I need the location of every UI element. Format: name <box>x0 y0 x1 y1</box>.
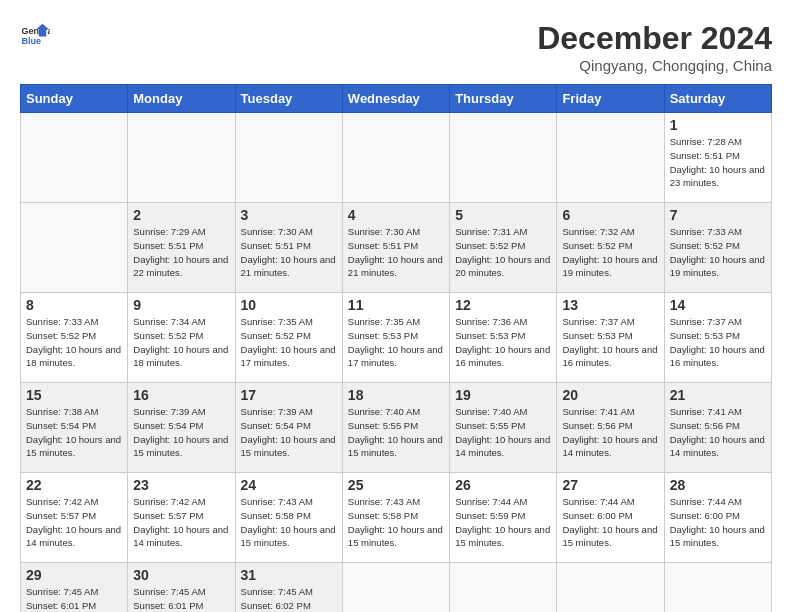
day-number: 11 <box>348 297 444 313</box>
calendar-day-cell: 4 Sunrise: 7:30 AMSunset: 5:51 PMDayligh… <box>342 203 449 293</box>
day-number: 13 <box>562 297 658 313</box>
calendar-day-cell: 16 Sunrise: 7:39 AMSunset: 5:54 PMDaylig… <box>128 383 235 473</box>
calendar-day-cell: 27 Sunrise: 7:44 AMSunset: 6:00 PMDaylig… <box>557 473 664 563</box>
calendar-day-cell: 19 Sunrise: 7:40 AMSunset: 5:55 PMDaylig… <box>450 383 557 473</box>
day-number: 5 <box>455 207 551 223</box>
day-detail: Sunrise: 7:39 AMSunset: 5:54 PMDaylight:… <box>133 406 228 458</box>
day-number: 28 <box>670 477 766 493</box>
calendar-day-cell <box>235 113 342 203</box>
day-number: 24 <box>241 477 337 493</box>
day-detail: Sunrise: 7:32 AMSunset: 5:52 PMDaylight:… <box>562 226 657 278</box>
calendar-week-row: 1 Sunrise: 7:28 AMSunset: 5:51 PMDayligh… <box>21 113 772 203</box>
day-number: 25 <box>348 477 444 493</box>
calendar-day-cell: 11 Sunrise: 7:35 AMSunset: 5:53 PMDaylig… <box>342 293 449 383</box>
calendar-day-cell: 5 Sunrise: 7:31 AMSunset: 5:52 PMDayligh… <box>450 203 557 293</box>
day-detail: Sunrise: 7:44 AMSunset: 6:00 PMDaylight:… <box>562 496 657 548</box>
day-number: 29 <box>26 567 122 583</box>
day-number: 22 <box>26 477 122 493</box>
day-number: 8 <box>26 297 122 313</box>
calendar-day-cell: 2 Sunrise: 7:29 AMSunset: 5:51 PMDayligh… <box>128 203 235 293</box>
calendar-day-header: Tuesday <box>235 85 342 113</box>
day-detail: Sunrise: 7:41 AMSunset: 5:56 PMDaylight:… <box>562 406 657 458</box>
day-detail: Sunrise: 7:33 AMSunset: 5:52 PMDaylight:… <box>670 226 765 278</box>
calendar-day-cell: 26 Sunrise: 7:44 AMSunset: 5:59 PMDaylig… <box>450 473 557 563</box>
day-detail: Sunrise: 7:29 AMSunset: 5:51 PMDaylight:… <box>133 226 228 278</box>
calendar-day-cell: 1 Sunrise: 7:28 AMSunset: 5:51 PMDayligh… <box>664 113 771 203</box>
svg-text:Blue: Blue <box>22 36 42 46</box>
calendar-day-cell: 20 Sunrise: 7:41 AMSunset: 5:56 PMDaylig… <box>557 383 664 473</box>
calendar-day-header: Friday <box>557 85 664 113</box>
day-detail: Sunrise: 7:43 AMSunset: 5:58 PMDaylight:… <box>348 496 443 548</box>
day-number: 20 <box>562 387 658 403</box>
calendar-day-cell <box>342 563 449 613</box>
calendar-day-header: Saturday <box>664 85 771 113</box>
day-detail: Sunrise: 7:42 AMSunset: 5:57 PMDaylight:… <box>26 496 121 548</box>
day-number: 18 <box>348 387 444 403</box>
day-detail: Sunrise: 7:30 AMSunset: 5:51 PMDaylight:… <box>241 226 336 278</box>
day-detail: Sunrise: 7:42 AMSunset: 5:57 PMDaylight:… <box>133 496 228 548</box>
day-number: 15 <box>26 387 122 403</box>
calendar-day-cell: 22 Sunrise: 7:42 AMSunset: 5:57 PMDaylig… <box>21 473 128 563</box>
month-year-title: December 2024 <box>537 20 772 57</box>
calendar-day-cell <box>450 563 557 613</box>
day-number: 9 <box>133 297 229 313</box>
day-detail: Sunrise: 7:41 AMSunset: 5:56 PMDaylight:… <box>670 406 765 458</box>
location-subtitle: Qingyang, Chongqing, China <box>537 57 772 74</box>
calendar-day-cell: 29 Sunrise: 7:45 AMSunset: 6:01 PMDaylig… <box>21 563 128 613</box>
calendar-day-cell <box>664 563 771 613</box>
day-number: 10 <box>241 297 337 313</box>
calendar-day-cell: 31 Sunrise: 7:45 AMSunset: 6:02 PMDaylig… <box>235 563 342 613</box>
day-detail: Sunrise: 7:30 AMSunset: 5:51 PMDaylight:… <box>348 226 443 278</box>
calendar-day-cell <box>450 113 557 203</box>
day-number: 6 <box>562 207 658 223</box>
day-number: 19 <box>455 387 551 403</box>
calendar-day-cell: 24 Sunrise: 7:43 AMSunset: 5:58 PMDaylig… <box>235 473 342 563</box>
calendar-week-row: 8 Sunrise: 7:33 AMSunset: 5:52 PMDayligh… <box>21 293 772 383</box>
day-number: 21 <box>670 387 766 403</box>
day-detail: Sunrise: 7:36 AMSunset: 5:53 PMDaylight:… <box>455 316 550 368</box>
day-number: 23 <box>133 477 229 493</box>
calendar-day-cell <box>557 113 664 203</box>
calendar-day-header: Thursday <box>450 85 557 113</box>
day-detail: Sunrise: 7:45 AMSunset: 6:01 PMDaylight:… <box>133 586 228 612</box>
calendar-week-row: 22 Sunrise: 7:42 AMSunset: 5:57 PMDaylig… <box>21 473 772 563</box>
day-number: 17 <box>241 387 337 403</box>
calendar-day-cell: 6 Sunrise: 7:32 AMSunset: 5:52 PMDayligh… <box>557 203 664 293</box>
calendar-day-cell: 17 Sunrise: 7:39 AMSunset: 5:54 PMDaylig… <box>235 383 342 473</box>
calendar-day-cell: 23 Sunrise: 7:42 AMSunset: 5:57 PMDaylig… <box>128 473 235 563</box>
calendar-day-header: Wednesday <box>342 85 449 113</box>
calendar-day-cell: 14 Sunrise: 7:37 AMSunset: 5:53 PMDaylig… <box>664 293 771 383</box>
day-number: 16 <box>133 387 229 403</box>
day-detail: Sunrise: 7:44 AMSunset: 5:59 PMDaylight:… <box>455 496 550 548</box>
calendar-week-row: 29 Sunrise: 7:45 AMSunset: 6:01 PMDaylig… <box>21 563 772 613</box>
calendar-day-cell: 15 Sunrise: 7:38 AMSunset: 5:54 PMDaylig… <box>21 383 128 473</box>
day-number: 27 <box>562 477 658 493</box>
calendar-week-row: 15 Sunrise: 7:38 AMSunset: 5:54 PMDaylig… <box>21 383 772 473</box>
day-number: 7 <box>670 207 766 223</box>
day-number: 2 <box>133 207 229 223</box>
day-detail: Sunrise: 7:37 AMSunset: 5:53 PMDaylight:… <box>670 316 765 368</box>
day-number: 14 <box>670 297 766 313</box>
calendar-day-cell: 13 Sunrise: 7:37 AMSunset: 5:53 PMDaylig… <box>557 293 664 383</box>
calendar-header-row: SundayMondayTuesdayWednesdayThursdayFrid… <box>21 85 772 113</box>
day-detail: Sunrise: 7:40 AMSunset: 5:55 PMDaylight:… <box>348 406 443 458</box>
day-detail: Sunrise: 7:28 AMSunset: 5:51 PMDaylight:… <box>670 136 765 188</box>
day-number: 26 <box>455 477 551 493</box>
day-number: 4 <box>348 207 444 223</box>
calendar-week-row: 2 Sunrise: 7:29 AMSunset: 5:51 PMDayligh… <box>21 203 772 293</box>
day-number: 12 <box>455 297 551 313</box>
calendar-day-cell: 9 Sunrise: 7:34 AMSunset: 5:52 PMDayligh… <box>128 293 235 383</box>
calendar-day-cell <box>557 563 664 613</box>
calendar-day-cell <box>128 113 235 203</box>
page-header: General Blue December 2024 Qingyang, Cho… <box>20 20 772 74</box>
calendar-day-cell: 25 Sunrise: 7:43 AMSunset: 5:58 PMDaylig… <box>342 473 449 563</box>
title-block: December 2024 Qingyang, Chongqing, China <box>537 20 772 74</box>
calendar-day-cell: 7 Sunrise: 7:33 AMSunset: 5:52 PMDayligh… <box>664 203 771 293</box>
calendar-day-cell: 18 Sunrise: 7:40 AMSunset: 5:55 PMDaylig… <box>342 383 449 473</box>
day-detail: Sunrise: 7:45 AMSunset: 6:02 PMDaylight:… <box>241 586 336 612</box>
day-detail: Sunrise: 7:44 AMSunset: 6:00 PMDaylight:… <box>670 496 765 548</box>
day-detail: Sunrise: 7:34 AMSunset: 5:52 PMDaylight:… <box>133 316 228 368</box>
day-detail: Sunrise: 7:31 AMSunset: 5:52 PMDaylight:… <box>455 226 550 278</box>
day-number: 30 <box>133 567 229 583</box>
calendar-day-cell: 3 Sunrise: 7:30 AMSunset: 5:51 PMDayligh… <box>235 203 342 293</box>
